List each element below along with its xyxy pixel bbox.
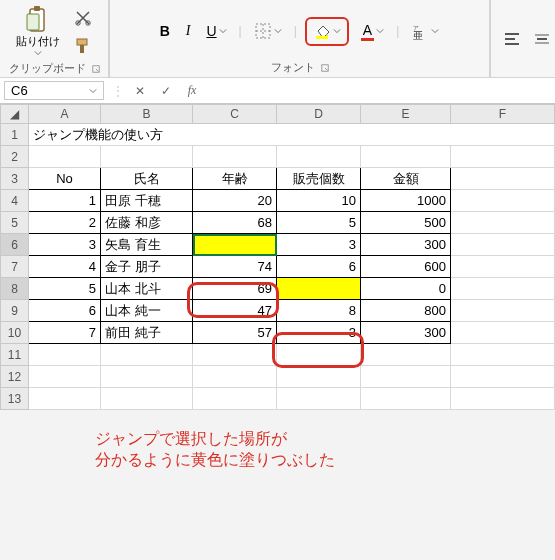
cell-name[interactable]: 山本 純一	[101, 300, 193, 322]
row-header[interactable]: 9	[1, 300, 29, 322]
fx-button[interactable]: fx	[182, 83, 202, 98]
cell[interactable]	[451, 146, 555, 168]
cell[interactable]	[277, 366, 361, 388]
cell[interactable]	[451, 212, 555, 234]
cell[interactable]	[277, 146, 361, 168]
col-header[interactable]: E	[361, 105, 451, 124]
cell[interactable]	[101, 388, 193, 410]
dialog-launcher-icon[interactable]	[92, 65, 100, 73]
col-header[interactable]: C	[193, 105, 277, 124]
cell[interactable]	[101, 366, 193, 388]
hdr-name[interactable]: 氏名	[101, 168, 193, 190]
dialog-launcher-icon[interactable]	[321, 64, 329, 72]
row-header[interactable]: 5	[1, 212, 29, 234]
cell[interactable]	[451, 300, 555, 322]
select-all-corner[interactable]: ◢	[1, 105, 29, 124]
cell-name[interactable]: 矢島 育生	[101, 234, 193, 256]
cell[interactable]	[451, 344, 555, 366]
cell[interactable]	[193, 388, 277, 410]
row-header[interactable]: 1	[1, 124, 29, 146]
cell-qty[interactable]: 8	[277, 300, 361, 322]
col-header[interactable]: B	[101, 105, 193, 124]
row-header[interactable]: 10	[1, 322, 29, 344]
cell-amount[interactable]: 300	[361, 234, 451, 256]
formula-input[interactable]	[206, 80, 555, 102]
cancel-edit-button[interactable]: ✕	[130, 84, 150, 98]
borders-button[interactable]	[250, 20, 286, 42]
cell-amount[interactable]: 1000	[361, 190, 451, 212]
row-header[interactable]: 7	[1, 256, 29, 278]
cell[interactable]	[101, 146, 193, 168]
cell-no[interactable]: 3	[29, 234, 101, 256]
cell-qty[interactable]: 10	[277, 190, 361, 212]
bold-button[interactable]: B	[156, 21, 174, 41]
cell-qty[interactable]: 3	[277, 234, 361, 256]
cell[interactable]	[451, 388, 555, 410]
row-header[interactable]: 2	[1, 146, 29, 168]
cell[interactable]	[451, 234, 555, 256]
align-top-button[interactable]	[499, 28, 525, 50]
cell[interactable]	[193, 146, 277, 168]
row-header[interactable]: 6	[1, 234, 29, 256]
cell-no[interactable]: 1	[29, 190, 101, 212]
cell[interactable]	[361, 366, 451, 388]
cell-age[interactable]: 57	[193, 322, 277, 344]
cell-no[interactable]: 2	[29, 212, 101, 234]
cell-no[interactable]: 4	[29, 256, 101, 278]
name-box[interactable]: C6	[4, 81, 104, 100]
cell[interactable]	[29, 366, 101, 388]
cell-name[interactable]: 田原 千穂	[101, 190, 193, 212]
cell[interactable]	[101, 344, 193, 366]
cell[interactable]	[451, 190, 555, 212]
confirm-edit-button[interactable]: ✓	[156, 84, 176, 98]
cell[interactable]	[451, 366, 555, 388]
cell-amount[interactable]: 500	[361, 212, 451, 234]
italic-button[interactable]: I	[182, 21, 195, 41]
cell[interactable]	[361, 388, 451, 410]
cell-no[interactable]: 5	[29, 278, 101, 300]
spreadsheet-grid[interactable]: ◢ A B C D E F 1 ジャンプ機能の使い方 2 3 No 氏名 年齢 …	[0, 104, 555, 410]
hdr-age[interactable]: 年齢	[193, 168, 277, 190]
phonetic-button[interactable]: ア 亜	[407, 20, 443, 42]
cell[interactable]	[29, 146, 101, 168]
row-header[interactable]: 11	[1, 344, 29, 366]
hdr-no[interactable]: No	[29, 168, 101, 190]
cell[interactable]	[451, 168, 555, 190]
row-header[interactable]: 12	[1, 366, 29, 388]
cell[interactable]	[451, 322, 555, 344]
cell[interactable]	[29, 388, 101, 410]
align-middle-button[interactable]	[529, 28, 555, 50]
cell-amount[interactable]: 0	[361, 278, 451, 300]
cell-qty[interactable]	[277, 278, 361, 300]
cell-qty[interactable]: 3	[277, 322, 361, 344]
cell[interactable]	[277, 344, 361, 366]
row-header[interactable]: 4	[1, 190, 29, 212]
cell-name[interactable]: 金子 朋子	[101, 256, 193, 278]
row-header[interactable]: 8	[1, 278, 29, 300]
cell-name[interactable]: 山本 北斗	[101, 278, 193, 300]
cell-age[interactable]	[193, 234, 277, 256]
cell-age[interactable]: 47	[193, 300, 277, 322]
cell[interactable]	[193, 366, 277, 388]
row-header[interactable]: 13	[1, 388, 29, 410]
cell-no[interactable]: 6	[29, 300, 101, 322]
row-header[interactable]: 3	[1, 168, 29, 190]
cell-amount[interactable]: 800	[361, 300, 451, 322]
cell-age[interactable]: 69	[193, 278, 277, 300]
paste-button[interactable]: 貼り付け	[12, 4, 64, 59]
underline-button[interactable]: U	[202, 21, 230, 41]
hdr-qty[interactable]: 販売個数	[277, 168, 361, 190]
cell[interactable]	[451, 278, 555, 300]
fill-color-button[interactable]	[309, 20, 345, 42]
cell-age[interactable]: 20	[193, 190, 277, 212]
cell-amount[interactable]: 600	[361, 256, 451, 278]
col-header[interactable]: A	[29, 105, 101, 124]
cell-age[interactable]: 68	[193, 212, 277, 234]
col-header[interactable]: D	[277, 105, 361, 124]
cell[interactable]	[451, 256, 555, 278]
cell[interactable]	[193, 344, 277, 366]
hdr-amount[interactable]: 金額	[361, 168, 451, 190]
cell-qty[interactable]: 6	[277, 256, 361, 278]
font-color-button[interactable]: A	[357, 20, 388, 43]
cell[interactable]	[361, 146, 451, 168]
